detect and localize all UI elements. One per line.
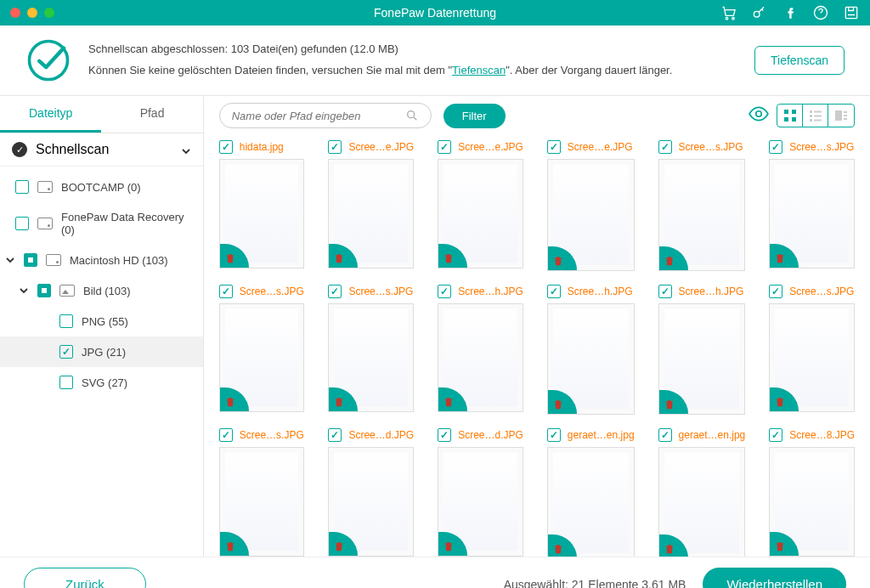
drive-bootcamp[interactable]: BOOTCAMP (0) [0,172,203,202]
file-item[interactable]: Scree…e.JPG [547,140,635,271]
file-checkbox[interactable] [328,285,342,298]
file-item[interactable]: Scree…e.JPG [328,140,414,271]
file-item[interactable]: Scree…e.JPG [438,140,523,271]
file-checkbox[interactable] [769,285,782,298]
type-jpg[interactable]: JPG (21) [0,336,203,367]
file-thumbnail[interactable] [658,159,746,271]
deep-scan-button[interactable]: Tiefenscan [754,46,845,75]
file-checkbox[interactable] [219,428,233,442]
file-name: Scree…s.JPG [348,286,413,297]
tab-path[interactable]: Pfad [101,96,202,133]
close-window-button[interactable] [10,8,20,18]
file-thumbnail[interactable] [769,159,855,269]
view-detail-button[interactable] [828,105,854,127]
file-item[interactable]: Scree…8.JPG [769,428,855,557]
file-item[interactable]: Scree…s.JPG [769,140,855,271]
file-checkbox[interactable] [658,285,672,298]
facebook-icon[interactable] [782,4,799,21]
file-name: geraet…en.jpg [679,429,746,441]
maximize-window-button[interactable] [44,8,54,18]
file-thumbnail[interactable] [219,447,305,557]
file-thumbnail[interactable] [438,303,523,413]
search-box[interactable] [219,103,432,128]
file-checkbox[interactable] [438,285,451,298]
file-item[interactable]: geraet…en.jpg [658,428,746,557]
sidebar-tabs: Dateityp Pfad [0,96,203,133]
main-panel: Filter hidata.jpgScree…e.JPGScree…e.JPGS… [204,96,870,557]
category-bild[interactable]: Bild (103) [0,275,203,306]
tab-filetype[interactable]: Dateityp [0,96,101,133]
file-name: Scree…s.JPG [240,429,304,441]
drive-macintosh[interactable]: Macintosh HD (103) [0,245,203,275]
file-item[interactable]: Scree…d.JPG [328,428,414,557]
file-checkbox[interactable] [438,428,451,442]
deep-scan-link[interactable]: Tiefenscan [452,64,506,76]
file-item[interactable]: hidata.jpg [219,140,305,271]
recover-button[interactable]: Wiederherstellen [703,568,846,588]
file-checkbox[interactable] [328,140,342,154]
checkbox[interactable] [15,180,29,194]
checkbox-checked[interactable] [59,345,73,359]
file-thumbnail[interactable] [328,159,414,269]
file-item[interactable]: Scree…s.JPG [219,285,305,416]
file-item[interactable]: Scree…d.JPG [438,428,523,557]
file-item[interactable]: Scree…h.JPG [547,285,635,416]
type-png[interactable]: PNG (55) [0,306,203,336]
file-thumbnail[interactable] [328,303,414,413]
file-thumbnail[interactable] [547,303,635,416]
type-svg[interactable]: SVG (27) [0,367,203,398]
file-item[interactable]: geraet…en.jpg [547,428,635,557]
file-thumbnail[interactable] [219,303,305,413]
file-thumbnail[interactable] [438,447,523,557]
file-checkbox[interactable] [769,140,782,154]
key-icon[interactable] [751,4,768,21]
checkbox-partial[interactable] [24,253,37,267]
file-item[interactable]: Scree…h.JPG [438,285,523,416]
selection-summary: Ausgewählt: 21 Elemente 3.61 MB [504,578,686,589]
file-checkbox[interactable] [769,428,782,442]
file-thumbnail[interactable] [658,447,746,557]
file-name: Scree…h.JPG [458,286,523,297]
preview-icon[interactable] [748,103,770,128]
file-item[interactable]: Scree…s.JPG [769,285,855,416]
file-checkbox[interactable] [438,140,451,154]
file-item[interactable]: Scree…s.JPG [658,140,746,271]
file-thumbnail[interactable] [438,159,523,269]
scan-type-row[interactable]: ✓ Schnellscan [0,133,203,167]
file-checkbox[interactable] [547,285,561,298]
back-button[interactable]: Zurück [24,568,146,588]
file-thumbnail[interactable] [328,447,414,557]
file-thumbnail[interactable] [769,303,855,413]
checkbox[interactable] [15,217,29,230]
checkbox-partial[interactable] [37,284,51,297]
drive-fonepaw[interactable]: FonePaw Data Recovery (0) [0,202,203,245]
help-icon[interactable] [812,4,829,21]
file-checkbox[interactable] [219,285,233,298]
view-list-button[interactable] [803,105,828,127]
file-thumbnail[interactable] [219,159,305,269]
file-checkbox[interactable] [328,428,342,442]
file-checkbox[interactable] [219,140,233,154]
file-checkbox[interactable] [658,140,672,154]
app-title: FonePaw Datenrettung [374,6,496,20]
file-thumbnail[interactable] [769,447,855,557]
file-checkbox[interactable] [658,428,672,442]
file-checkbox[interactable] [547,428,561,442]
checkbox[interactable] [59,376,73,389]
file-thumbnail[interactable] [547,159,635,271]
svg-point-0 [726,17,728,19]
filter-button[interactable]: Filter [443,104,506,128]
cart-icon[interactable] [720,4,737,21]
file-item[interactable]: Scree…h.JPG [658,285,746,416]
file-thumbnail[interactable] [658,303,746,416]
file-checkbox[interactable] [547,140,561,154]
save-icon[interactable] [843,4,860,21]
search-input[interactable] [232,110,405,122]
file-name: Scree…d.JPG [458,429,523,441]
view-grid-button[interactable] [777,105,803,127]
file-item[interactable]: Scree…s.JPG [328,285,414,416]
minimize-window-button[interactable] [27,8,37,18]
file-thumbnail[interactable] [547,447,635,557]
checkbox[interactable] [59,314,73,328]
file-item[interactable]: Scree…s.JPG [219,428,305,557]
